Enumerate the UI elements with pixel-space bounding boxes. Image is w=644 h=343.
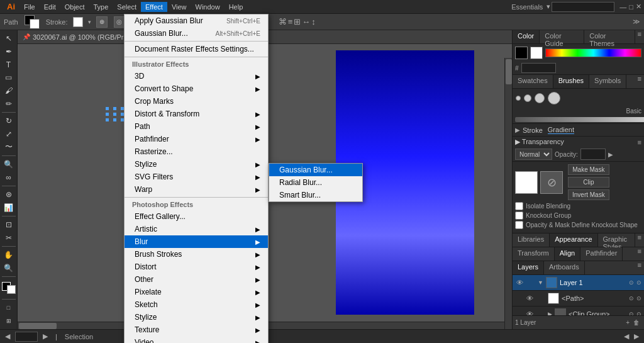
status-nav-left[interactable]: ◀ [624, 332, 629, 340]
scrollbar-thumb-h[interactable] [19, 323, 57, 329]
tab-symbols[interactable]: Symbols [589, 75, 626, 88]
screen-mode[interactable]: ⊞ [2, 315, 16, 327]
stroke-color-btn[interactable] [73, 17, 83, 27]
brush-size-slider[interactable] [515, 117, 644, 122]
transform-icon[interactable]: ⌘ [279, 17, 287, 26]
effect-dropdown-menu[interactable]: Apply Gaussian Blur Shift+Ctrl+E Gaussia… [124, 14, 269, 343]
path-options[interactable]: ⊙ [629, 295, 634, 301]
menu-edit[interactable]: Edit [40, 2, 60, 12]
tab-pathfinder[interactable]: Pathfinder [580, 247, 623, 261]
path-visible[interactable]: ⊙ [636, 295, 641, 301]
blend-mode-select[interactable]: Normal [515, 149, 552, 160]
symbol-tool[interactable]: ⊛ [2, 189, 16, 201]
flip-v-icon[interactable]: ↕ [311, 17, 316, 26]
status-nav-right[interactable]: ▶ [634, 332, 639, 340]
tab-transform[interactable]: Transform [513, 247, 555, 261]
clip-btn[interactable]: Clip [568, 177, 609, 188]
menu-gaussian-blur[interactable]: Gaussian Blur... Alt+Shift+Ctrl+E [125, 27, 268, 40]
tab-color-themes[interactable]: Color Themes [584, 30, 635, 43]
blur-submenu[interactable]: Gaussian Blur... Radial Blur... Smart Bl… [269, 163, 363, 202]
mask-thumb-white[interactable] [515, 171, 538, 194]
transparency-menu[interactable]: ≡ [638, 138, 641, 146]
mask-thumb-dark[interactable]: ⊘ [540, 171, 563, 194]
bg-swatch[interactable] [30, 19, 40, 29]
tab-align[interactable]: Align [555, 247, 580, 261]
color-fg-swatch[interactable] [515, 47, 528, 59]
new-layer-btn[interactable]: + [626, 319, 630, 326]
layer-item-1[interactable]: 👁 ▼ Layer 1 ⊙ ⊙ [513, 275, 644, 291]
fg-bg-swatches[interactable] [25, 15, 40, 29]
submenu-radial-blur[interactable]: Radial Blur... [269, 176, 362, 189]
submenu-smart-blur[interactable]: Smart Blur... [269, 189, 362, 201]
rotate-tool[interactable]: ↻ [2, 115, 16, 127]
knockout-group-checkbox[interactable] [515, 211, 523, 220]
zoom-input[interactable]: 100% [15, 332, 38, 342]
tab-color[interactable]: Color [513, 30, 540, 43]
vertical-scrollbar[interactable] [504, 58, 512, 329]
menu-blur[interactable]: Blur ▶ [125, 235, 268, 248]
type-tool[interactable]: T [2, 59, 16, 70]
warp-tool[interactable]: 〜 [2, 141, 16, 153]
menu-path[interactable]: Path ▶ [125, 120, 268, 133]
clip-group-options[interactable]: ⊙ [629, 311, 634, 315]
opacity-mask-checkbox[interactable] [515, 221, 523, 229]
hand-tool[interactable]: ✋ [2, 249, 16, 261]
nav-fwd[interactable]: ▶ [43, 332, 48, 340]
menu-video[interactable]: Video ▶ [125, 336, 268, 343]
pen-tool[interactable]: ✒ [2, 46, 16, 58]
clip-group-expand[interactable]: ▶ [548, 311, 552, 315]
brushes-panel-menu[interactable]: ≡ [635, 75, 644, 88]
layer-1-expand[interactable]: ▼ [538, 279, 543, 286]
zoom-tool[interactable]: 🔍 [2, 262, 16, 274]
libs-menu[interactable]: ≡ [635, 233, 644, 247]
opacity-input-2[interactable]: 100% [580, 149, 606, 160]
layer-item-path[interactable]: 👁 <Path> ⊙ ⊙ [513, 291, 644, 306]
selection-tool[interactable]: ↖ [2, 33, 16, 45]
blend-tool[interactable]: ∞ [2, 171, 16, 183]
path-eye-icon[interactable]: 👁 [525, 295, 534, 302]
menu-convert-to-shape[interactable]: Convert to Shape ▶ [125, 82, 268, 95]
color-panel-menu[interactable]: ≡ [635, 30, 644, 43]
flip-h-icon[interactable]: ↔ [302, 17, 310, 26]
menu-sketch[interactable]: Sketch ▶ [125, 298, 268, 311]
paintbrush-tool[interactable]: 🖌 [2, 85, 16, 97]
options-more-icon[interactable]: ≫ [633, 18, 640, 26]
menu-svg-filters[interactable]: SVG Filters ▶ [125, 171, 268, 183]
menu-other[interactable]: Other ▶ [125, 273, 268, 286]
tab-layers[interactable]: Layers [513, 261, 544, 274]
menu-distort[interactable]: Distort ▶ [125, 261, 268, 273]
clip-group-visible[interactable]: ⊙ [636, 311, 641, 315]
invert-mask-btn[interactable]: Invert Mask [568, 189, 609, 200]
search-input[interactable] [552, 2, 614, 12]
tab-color-guide[interactable]: Color Guide [540, 30, 584, 43]
color-hex-input[interactable]: ffffff [521, 63, 556, 73]
isolate-blend-checkbox[interactable] [515, 202, 523, 210]
menu-select[interactable]: Select [113, 2, 141, 12]
menu-rasterize[interactable]: Rasterize... [125, 145, 268, 158]
menu-brush-strokes[interactable]: Brush Strokes ▶ [125, 248, 268, 261]
menu-type[interactable]: Type [89, 2, 113, 12]
menu-texture[interactable]: Texture ▶ [125, 323, 268, 336]
tab-libraries[interactable]: Libraries [513, 233, 550, 247]
close-btn[interactable]: ✕ [636, 3, 641, 11]
menu-distort-transform[interactable]: Distort & Transform ▶ [125, 108, 268, 120]
brush-preset-3[interactable] [534, 91, 545, 105]
graph-tool[interactable]: 📊 [2, 201, 16, 213]
transform-menu[interactable]: ≡ [635, 247, 644, 261]
align-icon[interactable]: ≡ [288, 17, 293, 26]
ai-logo[interactable]: Ai [3, 1, 19, 13]
layers-menu[interactable]: ≡ [635, 261, 644, 274]
tool-icon-1[interactable]: ⊕ [96, 16, 108, 28]
menu-object[interactable]: Object [60, 2, 89, 12]
menu-pathfinder[interactable]: Pathfinder ▶ [125, 133, 268, 145]
tab-appearance[interactable]: Appearance [550, 233, 597, 247]
drawing-mode[interactable]: □ [2, 302, 16, 314]
tab-swatches[interactable]: Swatches [513, 75, 553, 88]
nav-back[interactable]: ◀ [5, 332, 10, 340]
pencil-tool[interactable]: ✏ [2, 98, 16, 110]
submenu-gaussian-blur[interactable]: Gaussian Blur... [269, 164, 362, 176]
menu-effect-gallery[interactable]: Effect Gallery... [125, 210, 268, 223]
menu-file[interactable]: File [19, 2, 40, 12]
menu-stylize-ps[interactable]: Stylize ▶ [125, 311, 268, 323]
tab-graphic-styles[interactable]: Graphic Styles [598, 233, 635, 247]
